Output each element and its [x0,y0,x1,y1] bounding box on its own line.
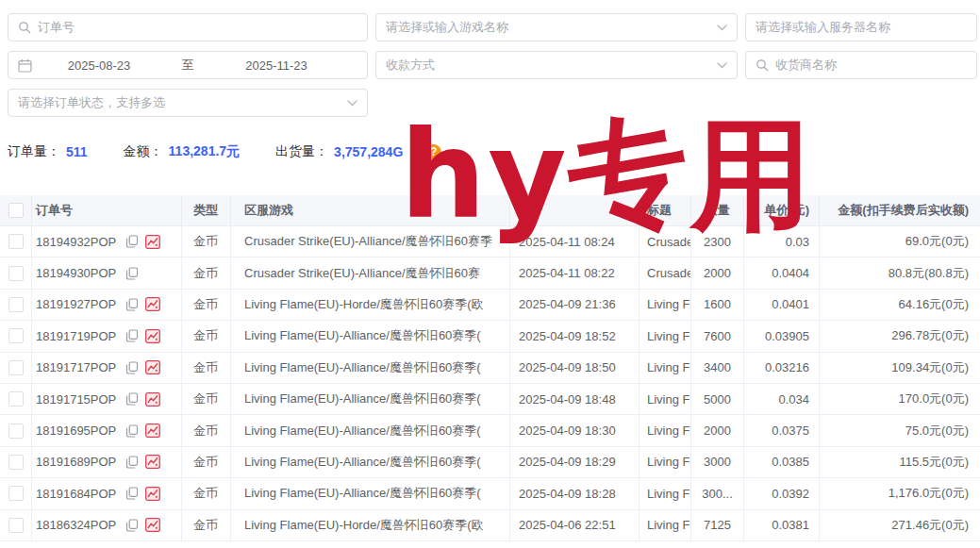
header-type: 类型 [182,195,231,226]
image-attachment-icon[interactable] [145,329,160,343]
row-checkbox[interactable] [8,234,24,249]
date-start-value[interactable]: 2025-08-23 [39,58,159,73]
order-time-cell: 2025-04-09 18:52 [510,321,639,352]
image-attachment-icon[interactable] [145,392,160,407]
type-cell: 金币 [182,510,231,541]
copy-icon[interactable] [125,267,139,280]
amount-cell: 296.78元(0元) [820,321,980,352]
copy-icon[interactable] [125,519,139,532]
image-attachment-icon[interactable] [145,360,160,374]
order-number: 18191717POP [36,360,116,374]
image-attachment-icon[interactable] [145,487,160,501]
table-row: 18191684POP金币Living Flame(EU)-Alliance/魔… [0,478,980,509]
quantity-cell: 2300 [691,226,744,257]
date-end-value[interactable]: 2025-11-23 [216,58,337,73]
title-cell: Crusade [639,226,691,257]
image-attachment-icon[interactable] [145,518,160,532]
amount-cell: 1,176.0元(0元) [820,478,980,509]
table-row: 18191717POP金币Living Flame(EU)-Alliance/魔… [0,353,980,384]
game-server-cell: Living Flame(EU)-Alliance/魔兽怀旧60赛季( [231,353,510,384]
unit-price-cell: 0.034 [744,384,820,415]
date-range-picker[interactable]: 2025-08-23 至 2025-11-23 [8,51,368,79]
quantity-cell: 3400 [691,353,744,384]
amount-cell: 69.0元(0元) [820,226,980,257]
unit-price-cell: 0.0375 [744,415,820,446]
row-checkbox-cell [0,478,32,509]
title-cell: Living Fl [639,384,691,415]
copy-icon[interactable] [125,235,139,248]
select-all-checkbox[interactable] [8,203,24,218]
row-checkbox[interactable] [8,455,24,470]
header-time [510,195,639,226]
image-attachment-icon[interactable] [145,297,160,311]
row-checkbox[interactable] [8,391,24,407]
type-cell: 金币 [182,447,231,478]
copy-icon[interactable] [125,487,139,500]
title-cell: Living Fl [639,478,691,509]
type-cell: 金币 [182,353,231,384]
title-cell: Living Fl [639,321,691,352]
order-number: 18191715POP [36,392,116,407]
unit-price-cell: 0.0381 [744,510,820,541]
order-time-cell: 2025-04-09 18:30 [510,415,639,446]
image-attachment-icon[interactable] [145,455,160,469]
order-time-cell: 2025-04-11 08:22 [510,257,639,289]
copy-icon[interactable] [125,392,139,406]
row-checkbox[interactable] [8,518,24,533]
order-number-cell: 18191719POP [32,321,182,352]
row-checkbox[interactable] [8,297,24,312]
row-checkbox-cell [0,510,32,541]
header-select-all[interactable] [0,195,32,226]
unit-price-cell: 0.0385 [744,447,820,478]
type-cell: 金币 [182,415,231,446]
quantity-cell: 7125 [691,510,744,541]
quantity-cell: 5000 [691,384,744,415]
question-icon[interactable]: ? [425,144,441,160]
copy-icon[interactable] [125,298,139,311]
amount-value: 113,281.7元 [169,143,241,160]
row-checkbox[interactable] [8,486,24,501]
header-unit-price: 单价(元) [744,195,820,226]
game-server-cell: Living Flame(EU)-Alliance/魔兽怀旧60赛季( [231,321,510,352]
amount-cell: 115.5元(0元) [820,447,980,478]
payment-method-placeholder: 收款方式 [386,57,435,74]
calendar-icon [18,58,32,73]
title-cell: Living Fl [639,415,691,446]
unit-price-cell: 0.0401 [744,290,820,321]
game-server-cell: Living Flame(EU)-Horde/魔兽怀旧60赛季(欧 [231,510,510,541]
copy-icon[interactable] [125,329,139,342]
order-number-input[interactable]: 订单号 [8,13,368,42]
row-checkbox[interactable] [8,360,24,375]
order-number-cell: 18191684POP [32,478,182,509]
payment-method-select[interactable]: 收款方式 [375,51,738,79]
row-checkbox[interactable] [8,423,24,439]
copy-icon[interactable] [125,424,139,438]
row-checkbox-cell [0,415,32,446]
merchant-name-input[interactable]: 收货商名称 [745,51,977,79]
game-server-cell: Living Flame(EU)-Alliance/魔兽怀旧60赛季( [231,447,510,478]
copy-icon[interactable] [125,456,139,469]
game-select[interactable]: 请选择或输入游戏名称 [375,13,738,42]
row-checkbox-cell [0,447,32,478]
order-count-value: 511 [66,144,88,159]
game-server-cell: Living Flame(EU)-Horde/魔兽怀旧60赛季(欧 [231,290,510,321]
type-cell: 金币 [182,384,231,415]
server-select[interactable]: 请选择或输入服务器名称 [745,13,977,42]
order-status-select[interactable]: 请选择订单状态，支持多选 [8,89,368,117]
order-number-cell: 18191717POP [32,353,182,384]
summary-bar: 订单量： 511 金额： 113,281.7元 出货量： 3,757,284G … [8,143,441,160]
table-row: 18191689POP金币Living Flame(EU)-Alliance/魔… [0,447,980,478]
row-checkbox[interactable] [8,328,24,343]
unit-price-cell: 0.0392 [744,478,820,509]
order-number: 18191689POP [36,455,116,469]
title-cell: Living Fl [639,290,691,321]
table-row: 18191715POP金币Living Flame(EU)-Alliance/魔… [0,384,980,415]
header-amount: 金额(扣手续费后实收额) [820,195,980,226]
order-number: 18191927POP [36,297,116,311]
order-number-cell: 18191927POP [32,290,182,321]
row-checkbox[interactable] [8,266,24,281]
image-attachment-icon[interactable] [145,235,160,249]
type-cell: 金币 [182,290,231,321]
copy-icon[interactable] [125,361,139,374]
image-attachment-icon[interactable] [145,423,160,438]
